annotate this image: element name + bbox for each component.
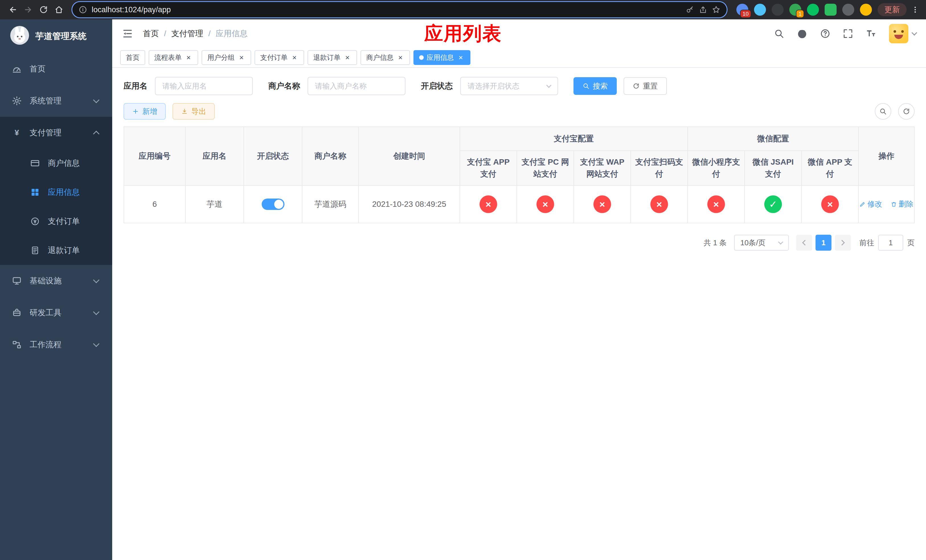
tab-label: 商户信息 (366, 53, 393, 62)
active-dot (419, 55, 424, 60)
close-icon[interactable] (457, 53, 465, 62)
app-name-input[interactable] (155, 77, 253, 95)
enabled-toggle[interactable] (262, 198, 284, 210)
sidebar-menu: 首页 系统管理 ¥ 支付管理 (0, 53, 112, 560)
tab-refund-orders[interactable]: 退款订单 (307, 50, 357, 65)
merchant-name-input[interactable] (307, 77, 406, 95)
tab-home[interactable]: 首页 (120, 50, 145, 65)
tab-pay-orders[interactable]: 支付订单 (254, 50, 304, 65)
chevron-down-icon (93, 341, 100, 347)
extension-badge: 1 (796, 10, 804, 18)
cell-alipay-app: × (460, 185, 517, 223)
sidebar-item-app-info[interactable]: 应用信息 (0, 178, 112, 207)
filter-status: 开启状态 请选择开启状态 (421, 77, 558, 95)
workflow-icon (11, 340, 22, 350)
extension-emoji-icon[interactable] (860, 4, 872, 16)
page-size-select[interactable]: 10条/页 (734, 235, 789, 251)
address-bar[interactable]: localhost:1024/pay/app (72, 2, 727, 17)
extension-pin-icon[interactable] (842, 4, 854, 16)
app-table: 应用编号 应用名 开启状态 商户名称 创建时间 支付宝配置 微信配置 操作 支付… (124, 127, 915, 223)
sidebar-item-infrastructure[interactable]: 基础设施 (0, 265, 112, 297)
chevron-right-icon (839, 240, 845, 245)
sidebar-item-label: 支付订单 (48, 216, 101, 227)
extensions-row: 10 1 (736, 4, 872, 16)
extension-green-square-icon[interactable] (825, 4, 837, 16)
browser-back-button[interactable] (5, 2, 21, 17)
status-select[interactable]: 请选择开启状态 (460, 77, 558, 95)
browser-home-button[interactable] (51, 2, 67, 17)
delete-label: 删除 (899, 199, 914, 209)
browser-menu-icon[interactable] (909, 2, 921, 17)
browser-forward-button[interactable] (21, 2, 36, 17)
share-icon[interactable] (699, 5, 707, 14)
fullscreen-icon[interactable] (843, 29, 853, 39)
browser-reload-button[interactable] (36, 2, 51, 17)
app-logo[interactable]: 芋道管理系统 (0, 20, 112, 53)
close-icon[interactable] (238, 53, 245, 62)
tab-user-group[interactable]: 用户分组 (201, 50, 251, 65)
app-frame: 芋道管理系统 首页 系统管理 (0, 20, 926, 560)
password-key-icon[interactable] (686, 5, 694, 14)
sidebar-item-payment[interactable]: ¥ 支付管理 (0, 117, 112, 149)
help-icon[interactable] (820, 29, 830, 39)
font-size-icon[interactable] (865, 28, 876, 39)
extension-dark-icon[interactable] (772, 4, 784, 16)
close-icon[interactable] (343, 53, 351, 62)
refresh-button[interactable] (898, 103, 915, 120)
extension-puzzle-icon[interactable]: 10 (736, 4, 748, 16)
tab-merchant-info[interactable]: 商户信息 (360, 50, 410, 65)
top-navbar: 首页 / 支付管理 / 应用信息 应用列表 (112, 20, 926, 48)
extension-drop-icon[interactable] (754, 4, 766, 16)
sidebar-item-refund-orders[interactable]: 退款订单 (0, 236, 112, 265)
screen: localhost:1024/pay/app 10 1 (0, 0, 926, 560)
add-button[interactable]: 新增 (124, 103, 166, 120)
delete-link[interactable]: 删除 (891, 199, 914, 209)
sidebar-item-merchant-info[interactable]: 商户信息 (0, 149, 112, 178)
sidebar-item-workflow[interactable]: 工作流程 (0, 329, 112, 360)
browser-update-button[interactable]: 更新 (878, 3, 906, 16)
sidebar-item-system[interactable]: 系统管理 (0, 85, 112, 117)
reset-button[interactable]: 重置 (623, 77, 667, 95)
chevron-left-icon (802, 240, 808, 245)
close-icon[interactable] (396, 53, 404, 62)
sidebar-item-home[interactable]: 首页 (0, 53, 112, 85)
column-header-alipay-app: 支付宝 APP 支付 (460, 151, 517, 185)
breadcrumb-payment[interactable]: 支付管理 (171, 28, 203, 39)
browser-toolbar: localhost:1024/pay/app 10 1 (0, 0, 926, 20)
close-icon[interactable] (291, 53, 298, 62)
search-button[interactable]: 搜索 (573, 77, 617, 95)
edit-link[interactable]: 修改 (859, 199, 882, 209)
goto-page-input[interactable] (878, 235, 903, 251)
app-name-label: 应用名 (124, 80, 147, 91)
search-button-label: 搜索 (593, 81, 608, 91)
export-button[interactable]: 导出 (172, 103, 215, 120)
sidebar-item-pay-orders[interactable]: 支付订单 (0, 207, 112, 236)
chevron-down-icon (911, 30, 917, 36)
breadcrumb-home[interactable]: 首页 (143, 28, 159, 39)
close-icon[interactable] (185, 53, 192, 62)
tab-app-info[interactable]: 应用信息 (413, 50, 471, 65)
extension-wechat-icon[interactable] (807, 4, 819, 16)
hide-search-button[interactable] (875, 103, 891, 120)
tab-label: 流程表单 (154, 53, 182, 62)
next-page-button[interactable] (835, 235, 851, 251)
extension-translate-icon[interactable]: 1 (789, 4, 801, 16)
cell-wx-app: × (802, 185, 858, 223)
page-size-value: 10条/页 (740, 238, 766, 248)
github-icon[interactable] (797, 28, 808, 39)
column-header-merchant: 商户名称 (302, 127, 359, 185)
update-label: 更新 (884, 5, 900, 15)
monitor-icon (11, 276, 22, 286)
edit-label: 修改 (867, 199, 882, 209)
sidebar-item-dev-tools[interactable]: 研发工具 (0, 297, 112, 329)
sidebar-toggle-icon[interactable] (122, 28, 133, 39)
sidebar-item-label: 首页 (30, 64, 101, 74)
tab-process-form[interactable]: 流程表单 (149, 50, 198, 65)
user-avatar[interactable] (889, 24, 916, 43)
search-icon[interactable] (774, 29, 784, 39)
bookmark-star-icon[interactable] (712, 5, 720, 14)
page-number-button[interactable]: 1 (816, 235, 831, 251)
page-info-icon[interactable] (79, 5, 87, 14)
prev-page-button[interactable] (796, 235, 812, 251)
column-header-created: 创建时间 (359, 127, 460, 185)
